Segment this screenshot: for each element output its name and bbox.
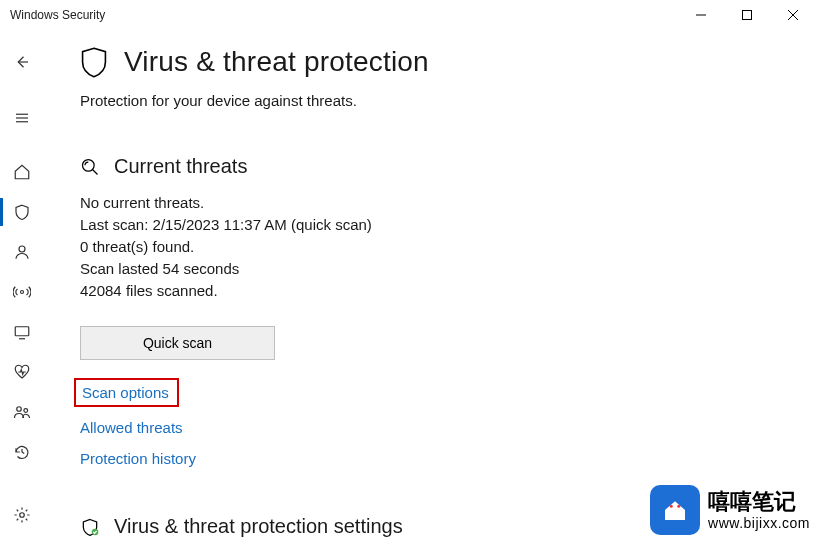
watermark-url: www.bijixx.com (708, 515, 810, 531)
status-block: No current threats. Last scan: 2/15/2023… (80, 192, 792, 302)
svg-point-14 (20, 513, 25, 518)
svg-line-16 (93, 169, 98, 174)
section-heading-settings: Virus & threat protection settings (114, 515, 403, 538)
nav-history[interactable] (0, 432, 44, 472)
status-files: 42084 files scanned. (80, 280, 792, 302)
section-current-threats: Current threats No current threats. Last… (80, 155, 792, 481)
page-header: Virus & threat protection (80, 46, 792, 78)
page-subtitle: Protection for your device against threa… (80, 92, 792, 109)
nav-account[interactable] (0, 232, 44, 272)
svg-point-15 (83, 159, 95, 171)
shield-check-icon (80, 517, 100, 537)
nav-app-browser[interactable] (0, 312, 44, 352)
nav-family[interactable] (0, 392, 44, 432)
svg-point-19 (677, 505, 680, 508)
svg-point-18 (670, 505, 673, 508)
watermark-logo (650, 485, 700, 535)
nav-device-perf[interactable] (0, 352, 44, 392)
hamburger-button[interactable] (0, 98, 44, 138)
close-button[interactable] (770, 1, 816, 29)
nav-rail (0, 30, 44, 541)
nav-firewall[interactable] (0, 272, 44, 312)
shield-icon (80, 46, 108, 78)
status-found: 0 threat(s) found. (80, 236, 792, 258)
link-scan-options[interactable]: Scan options (74, 378, 179, 407)
back-button[interactable] (0, 42, 44, 82)
watermark: 嘻嘻笔记 www.bijixx.com (650, 485, 810, 535)
window-controls (678, 1, 816, 29)
section-heading: Current threats (114, 155, 247, 178)
link-protection-history[interactable]: Protection history (80, 450, 196, 467)
status-last-scan: Last scan: 2/15/2023 11:37 AM (quick sca… (80, 214, 792, 236)
titlebar: Windows Security (0, 0, 822, 30)
window-title: Windows Security (10, 8, 105, 22)
svg-rect-10 (15, 327, 29, 336)
link-allowed-threats[interactable]: Allowed threats (80, 419, 183, 436)
nav-virus[interactable] (0, 192, 44, 232)
svg-point-12 (17, 407, 22, 412)
scan-icon (80, 157, 100, 177)
nav-settings[interactable] (0, 495, 44, 535)
nav-home[interactable] (0, 152, 44, 192)
status-none: No current threats. (80, 192, 792, 214)
svg-point-8 (19, 246, 25, 252)
svg-point-13 (24, 409, 28, 413)
status-duration: Scan lasted 54 seconds (80, 258, 792, 280)
watermark-cn: 嘻嘻笔记 (708, 489, 810, 514)
maximize-button[interactable] (724, 1, 770, 29)
minimize-button[interactable] (678, 1, 724, 29)
svg-point-9 (21, 291, 24, 294)
svg-rect-1 (743, 11, 752, 20)
quick-scan-button[interactable]: Quick scan (80, 326, 275, 360)
page-title: Virus & threat protection (124, 46, 429, 78)
content-area: Virus & threat protection Protection for… (44, 30, 822, 541)
